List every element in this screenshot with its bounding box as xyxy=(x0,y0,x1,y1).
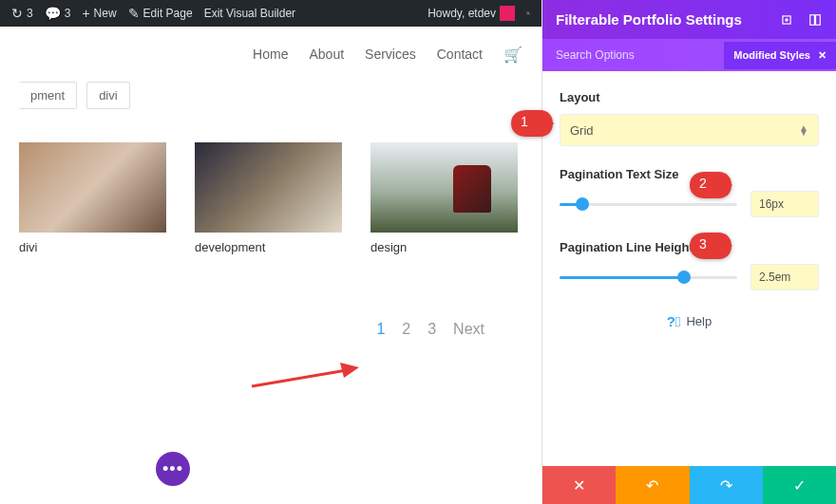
main-nav: Home About Services Contact 🛒 xyxy=(0,27,542,82)
pagination: 1 2 3 Next xyxy=(19,321,484,338)
portfolio-title: development xyxy=(195,240,342,254)
settings-header: Filterable Portfolio Settings xyxy=(542,0,836,39)
howdy-item[interactable]: Howdy, etdev xyxy=(422,6,521,21)
pagination-line-height-value[interactable]: 2.5em xyxy=(750,264,819,290)
portfolio-module: pment divi divi development design 1 2 3… xyxy=(0,82,542,338)
nav-services[interactable]: Services xyxy=(365,47,416,62)
svg-line-1 xyxy=(529,14,530,15)
page-link[interactable]: 2 xyxy=(402,321,410,338)
nav-about[interactable]: About xyxy=(309,47,344,62)
save-button[interactable]: ✓ xyxy=(763,466,836,504)
layout-select[interactable]: Grid ▲▼ xyxy=(560,114,819,146)
help-icon: ?⃝ xyxy=(667,313,681,329)
svg-rect-6 xyxy=(810,14,815,25)
redo-icon: ↷ xyxy=(720,476,732,495)
edit-label: Edit Page xyxy=(143,7,193,20)
close-icon: ✕ xyxy=(573,476,585,495)
portfolio-thumbnail xyxy=(195,142,342,233)
check-icon: ✓ xyxy=(793,476,806,495)
modified-styles-chip[interactable]: Modified Styles ✕ xyxy=(724,42,836,69)
pagination-line-height-slider[interactable] xyxy=(560,268,737,287)
layout-label: Layout xyxy=(560,90,819,104)
svg-marker-3 xyxy=(340,363,359,378)
nav-contact[interactable]: Contact xyxy=(437,47,483,62)
slider-thumb[interactable] xyxy=(677,271,691,284)
svg-line-2 xyxy=(252,370,347,386)
pencil-icon: ✎ xyxy=(128,6,140,21)
page-link[interactable]: 1 xyxy=(376,321,385,338)
portfolio-item[interactable]: development xyxy=(195,142,342,254)
svg-point-5 xyxy=(786,18,788,20)
slider-thumb[interactable] xyxy=(576,197,589,211)
page-link[interactable]: 3 xyxy=(428,321,436,338)
module-fab-button[interactable]: ••• xyxy=(156,452,190,486)
howdy-text: Howdy, etdev xyxy=(428,7,496,20)
plus-icon: + xyxy=(82,6,89,21)
wp-admin-bar: ↻ 3 💬 3 + New ✎ Edit Page Exit Visual Bu… xyxy=(0,0,542,27)
undo-button[interactable]: ↶ xyxy=(616,466,689,504)
edit-page-link[interactable]: ✎ Edit Page xyxy=(123,6,199,21)
callout-number: 1 xyxy=(521,114,528,129)
exit-vb-link[interactable]: Exit Visual Builder xyxy=(199,7,302,20)
filter-btn[interactable]: pment xyxy=(19,82,77,109)
redo-button[interactable]: ↷ xyxy=(690,466,763,504)
portfolio-thumbnail xyxy=(370,142,518,233)
cart-icon[interactable]: 🛒 xyxy=(504,46,522,64)
exit-label: Exit Visual Builder xyxy=(204,7,296,20)
refresh-count: 3 xyxy=(27,7,33,20)
search-options-input[interactable]: Search Options xyxy=(542,39,724,71)
portfolio-title: divi xyxy=(19,240,166,254)
page-next-link[interactable]: Next xyxy=(453,321,484,338)
portfolio-filters: pment divi xyxy=(19,82,522,109)
ellipsis-icon: ••• xyxy=(162,459,183,479)
nav-home[interactable]: Home xyxy=(253,47,288,62)
callout-number: 3 xyxy=(699,236,707,252)
portfolio-item[interactable]: divi xyxy=(19,142,166,254)
chevron-updown-icon: ▲▼ xyxy=(799,125,808,135)
callout-number: 2 xyxy=(699,176,707,191)
comments-item[interactable]: 💬 3 xyxy=(39,6,77,21)
avatar xyxy=(500,6,515,21)
refresh-item[interactable]: ↻ 3 xyxy=(6,6,39,21)
search-icon xyxy=(526,7,530,20)
chip-label: Modified Styles xyxy=(733,49,810,61)
settings-subheader: Search Options Modified Styles ✕ xyxy=(542,39,836,71)
help-link[interactable]: ?⃝ Help xyxy=(560,313,819,329)
layout-value: Grid xyxy=(570,123,594,138)
settings-title: Filterable Portfolio Settings xyxy=(556,11,742,28)
settings-footer: ✕ ↶ ↷ ✓ xyxy=(542,466,836,504)
annotation-arrow xyxy=(247,363,361,391)
pagination-text-size-value[interactable]: 16px xyxy=(750,191,819,217)
portfolio-thumbnail xyxy=(19,142,166,233)
new-item[interactable]: + New xyxy=(76,6,122,21)
svg-rect-7 xyxy=(816,14,821,25)
portfolio-item[interactable]: design xyxy=(370,142,518,254)
filter-btn[interactable]: divi xyxy=(86,82,130,109)
help-label: Help xyxy=(686,314,712,328)
undo-icon: ↶ xyxy=(646,476,658,495)
new-label: New xyxy=(94,7,117,20)
cancel-button[interactable]: ✕ xyxy=(542,466,616,504)
refresh-icon: ↻ xyxy=(11,6,23,21)
svg-point-0 xyxy=(527,12,529,14)
portfolio-grid: divi development design xyxy=(19,142,522,254)
admin-search-button[interactable] xyxy=(521,6,536,21)
settings-body: Layout Grid ▲▼ Pagination Text Size 16px… xyxy=(542,71,836,466)
comments-count: 3 xyxy=(65,7,71,20)
portfolio-title: design xyxy=(370,240,518,254)
annotation-callout-1: 1 xyxy=(509,109,555,138)
annotation-callout-3: 3 xyxy=(688,232,733,260)
comment-icon: 💬 xyxy=(45,6,61,21)
annotation-callout-2: 2 xyxy=(688,171,733,199)
close-icon[interactable]: ✕ xyxy=(818,49,826,62)
snap-icon[interactable] xyxy=(808,12,823,28)
focus-icon[interactable] xyxy=(779,12,794,28)
